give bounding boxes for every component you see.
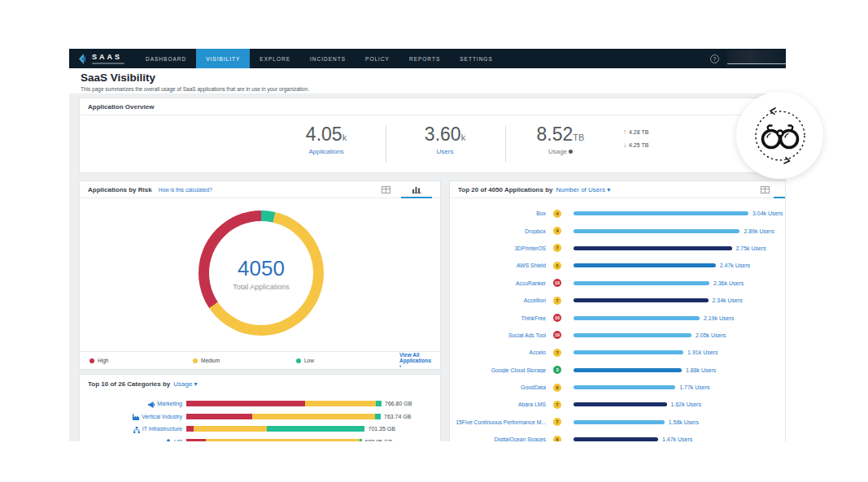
application-label[interactable]: Dropbox	[450, 228, 546, 234]
stat-applications: 4.05kApplications	[277, 124, 375, 155]
nav-item-settings[interactable]: SETTINGS	[450, 49, 503, 68]
nav-item-reports[interactable]: REPORTS	[399, 49, 450, 68]
application-row: AWS Shield52.47k Users	[450, 257, 785, 274]
categories-title: Top 10 of 26 Categories by	[88, 380, 170, 388]
person-icon	[165, 434, 174, 441]
application-label[interactable]: Google Cloud Storage	[450, 367, 546, 373]
arrow-up-icon: ↑	[623, 128, 626, 136]
application-label[interactable]: AccuRanker	[450, 280, 546, 286]
apps-view-tabs	[752, 181, 777, 198]
application-label[interactable]: 3DPrinterOS	[450, 245, 546, 251]
applications-by-risk-panel: Applications by Risk How is this calcula…	[79, 180, 441, 370]
users-value: 2.19k Users	[704, 315, 734, 321]
legend-dot-icon	[296, 358, 301, 363]
risk-panel-title: Applications by Risk	[88, 186, 152, 193]
application-label[interactable]: DigitalOcean Spaces	[450, 436, 546, 441]
brand-logo[interactable]: SAAS	[69, 49, 136, 68]
category-value: 688.95 GB	[365, 439, 392, 441]
risk-score-badge: 3	[553, 366, 561, 374]
legend-item-low: Low	[296, 358, 399, 363]
apps-sort-dropdown[interactable]: Number of Users ▾	[556, 186, 610, 193]
application-label[interactable]: GoodData	[450, 384, 546, 390]
chart-view-icon[interactable]	[401, 181, 432, 198]
users-bar	[574, 281, 709, 285]
risk-score-badge: 7	[553, 297, 561, 305]
nav-item-visibility[interactable]: VISIBILITY	[196, 49, 250, 68]
overview-stats: 4.05kApplications3.60kUsers8.52TBUsage ↑…	[80, 115, 785, 173]
help-icon[interactable]: ?	[710, 54, 719, 63]
delta-down: ↓4.25 TB	[623, 141, 648, 149]
application-label[interactable]: Social Ads Tool	[450, 332, 546, 338]
caret-down-icon: ▾	[194, 380, 198, 388]
active-tab-indicator	[774, 197, 785, 198]
donut-total: 4050	[238, 256, 285, 281]
stat-divider	[505, 125, 506, 163]
applications-rows: Box43.04k UsersDropbox42.89k Users3DPrin…	[450, 198, 785, 441]
users-value: 3.04k Users	[752, 211, 783, 216]
page-subtitle: This page summarizes the overall usage o…	[81, 86, 774, 92]
stat-usage: 8.52TBUsage	[512, 124, 609, 155]
application-label[interactable]: ThinkFree	[450, 315, 546, 321]
application-label[interactable]: Abara LMS	[450, 402, 546, 407]
brand-logo-icon	[77, 54, 88, 64]
risk-score-badge: 7	[553, 244, 561, 252]
users-bar	[574, 420, 665, 424]
users-value: 1.58k Users	[669, 419, 699, 425]
application-row: 15Five Continuous Performance M...71.58k…	[450, 414, 785, 431]
nav-item-incidents[interactable]: INCIDENTS	[300, 49, 355, 68]
risk-score-badge: 7	[553, 349, 561, 357]
category-row: Vertical Industry763.74 GB	[80, 410, 440, 423]
risk-score-badge: 10	[553, 314, 561, 322]
category-usage-bar	[186, 401, 382, 406]
users-value: 1.62k Users	[671, 402, 701, 407]
application-label[interactable]: Accelo	[450, 350, 546, 355]
category-row: Marketing766.80 GB	[80, 397, 440, 410]
users-bar	[574, 246, 732, 250]
category-label[interactable]: Marketing	[157, 401, 182, 406]
application-row: Social Ads Tool102.05k Users	[450, 327, 785, 344]
users-value: 2.89k Users	[744, 228, 774, 234]
how-calculated-link[interactable]: How is this calculated?	[159, 187, 212, 193]
table-view-icon[interactable]	[752, 181, 777, 198]
page-title: SaaS Visibility	[81, 72, 774, 84]
category-label[interactable]: Vertical Industry	[142, 414, 182, 419]
category-label[interactable]: IT Infrastructure	[142, 426, 182, 432]
table-view-icon[interactable]	[370, 181, 401, 198]
application-row: 3DPrinterOS72.75k Users	[450, 240, 785, 257]
users-bar	[574, 368, 682, 372]
arrow-down-icon: ↓	[623, 141, 626, 149]
stage: SAAS DASHBOARDVISIBILITYEXPLOREINCIDENTS…	[0, 0, 868, 482]
users-bar	[574, 263, 716, 267]
view-all-applications-link[interactable]: View All Applications ›	[399, 352, 431, 369]
application-label[interactable]: Accellion	[450, 297, 546, 303]
application-label[interactable]: Box	[450, 211, 546, 216]
users-value: 2.75k Users	[736, 245, 766, 251]
category-label[interactable]: HR	[174, 439, 182, 441]
application-row: DigitalOcean Spaces61.47k Users	[450, 431, 785, 441]
risk-score-badge: 4	[553, 227, 561, 235]
categories-sort-dropdown[interactable]: Usage ▾	[173, 380, 197, 388]
nav-item-policy[interactable]: POLICY	[355, 49, 399, 68]
risk-score-badge: 7	[553, 401, 561, 409]
application-overview-card: Application Overview 4.05kApplications3.…	[79, 98, 786, 173]
brand-tagline	[92, 63, 124, 64]
binoculars-icon	[746, 102, 814, 170]
usage-deltas: ↑4.28 TB↓4.25 TB	[623, 128, 648, 154]
application-label[interactable]: 15Five Continuous Performance M...	[450, 419, 546, 425]
info-icon[interactable]	[569, 150, 573, 154]
risk-score-badge: 6	[553, 436, 561, 441]
application-label[interactable]: AWS Shield	[450, 263, 546, 268]
page-header: SaaS Visibility This page summarizes the…	[69, 68, 786, 93]
stat-divider	[386, 125, 386, 163]
risk-view-tabs	[370, 181, 432, 198]
category-usage-bar	[186, 426, 365, 432]
risk-score-badge: 5	[553, 262, 561, 270]
apps-title: Top 20 of 4050 Applications by	[458, 186, 552, 193]
nav-item-explore[interactable]: EXPLORE	[250, 49, 300, 68]
legend-item-medium: Medium	[193, 358, 296, 363]
users-bar	[574, 316, 700, 320]
binoculars-tour-badge[interactable]	[736, 92, 823, 179]
nav-item-dashboard[interactable]: DASHBOARD	[136, 49, 196, 68]
account-area[interactable]	[727, 50, 786, 64]
users-bar	[574, 298, 709, 302]
